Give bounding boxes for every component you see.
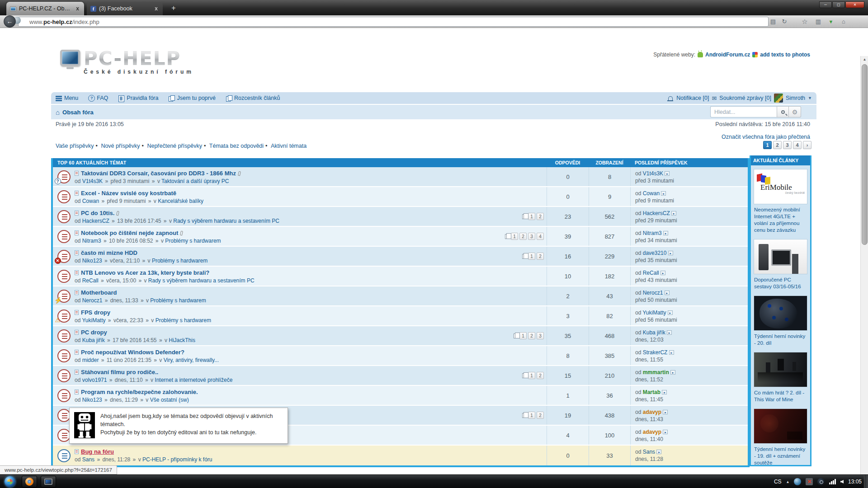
forum-link[interactable]: HiJackThis (169, 337, 195, 343)
last-post-author-link[interactable]: Cowan (643, 190, 660, 197)
page-number-button[interactable]: 2 (528, 332, 535, 339)
author-link[interactable]: Sans (82, 456, 94, 463)
forum-link[interactable]: Rady s výběrem hardwaru a sestavením PC (173, 218, 279, 224)
reload-icon[interactable]: ↻ (780, 18, 789, 26)
author-link[interactable]: volvo1971 (82, 377, 107, 383)
start-button[interactable] (5, 476, 15, 487)
last-post-author-link[interactable]: adavyp (643, 429, 661, 435)
goto-last-post-icon[interactable] (669, 350, 674, 355)
network-signal-icon[interactable] (829, 479, 836, 484)
private-messages-link[interactable]: Soukromé zprávy [0] (719, 95, 771, 101)
page-button[interactable]: 1 (763, 141, 772, 149)
forum-link[interactable]: Rady s výběrem hardwaru a sestavením PC (148, 277, 255, 284)
goto-last-post-icon[interactable] (660, 271, 665, 275)
addtexts-link[interactable]: add texts to photos (760, 52, 810, 58)
forum-link[interactable]: Problémy s hardwarem (150, 297, 206, 304)
page-number-button[interactable]: 3 (537, 332, 544, 339)
topic-title-link[interactable]: NTB Lenovo vs Acer za 13k, ktery byste b… (81, 269, 209, 277)
goto-last-post-icon[interactable] (663, 231, 668, 235)
page-number-button[interactable]: 2 (537, 213, 544, 220)
last-post-author-link[interactable]: Sans (643, 449, 655, 455)
goto-last-post-icon[interactable] (663, 410, 668, 414)
last-post-author-link[interactable]: Nitram3 (643, 230, 662, 236)
tab-facebook[interactable]: (3) Facebook x (87, 2, 163, 15)
quick-link[interactable]: Nové příspěvky (94, 143, 140, 149)
goto-last-post-icon[interactable] (671, 211, 676, 216)
goto-last-post-icon[interactable] (667, 330, 672, 335)
tray-steam-icon[interactable] (817, 478, 825, 485)
site-logo[interactable]: PC-HELP České diskuzní fórum (60, 50, 194, 75)
article-item[interactable]: EriMobile český bezdrát Neomezený mobiln… (754, 169, 807, 235)
menubar-item[interactable]: Pravidla fóra (118, 95, 158, 101)
last-post-author-link[interactable]: adavyp (643, 409, 661, 415)
page-number-button[interactable]: 1 (528, 372, 535, 379)
downloads-icon[interactable]: ▼ (826, 18, 835, 26)
last-post-author-link[interactable]: StrakerCZ (643, 349, 668, 356)
forum-link[interactable]: Kancelářské balíky (158, 198, 203, 204)
author-link[interactable]: ReCall (82, 277, 99, 284)
tab-close-icon[interactable]: x (75, 5, 80, 12)
goto-last-post-icon[interactable] (668, 310, 673, 315)
topic-title-link[interactable]: Program na rychle/bezpečne zalohovanie. (81, 388, 198, 396)
mark-forums-read-link[interactable]: Označit všechna fóra jako přečtená (722, 134, 810, 140)
author-link[interactable]: YukiMatty (82, 317, 105, 324)
article-caption[interactable]: Co mám hrát ? 2. díl - This War of Mine (754, 387, 807, 405)
author-link[interactable]: Niko123 (82, 397, 102, 403)
taskbar-clock[interactable]: 13:05 (848, 479, 862, 485)
forum-link[interactable]: Internet a internetové prohlížeče (155, 377, 232, 383)
last-post-author-link[interactable]: YukiMatty (642, 310, 666, 316)
page-button[interactable]: 3 (783, 141, 792, 149)
bookmark-star-icon[interactable]: ☆ (800, 18, 809, 26)
article-caption[interactable]: Týdenní herní novinky - 19. díl + oznáme… (754, 444, 807, 466)
tab-close-icon[interactable]: x (153, 5, 159, 12)
last-post-author-link[interactable]: Nerocz1 (643, 290, 663, 296)
page-number-button[interactable]: 1 (519, 332, 527, 339)
menubar-item[interactable]: FAQ (88, 95, 108, 101)
last-post-author-link[interactable]: dave3210 (643, 250, 667, 256)
article-item[interactable]: Týdenní herní novinky - 19. díl + oznáme… (754, 408, 807, 466)
author-link[interactable]: midder (82, 357, 99, 363)
topic-title-link[interactable]: PC do 10tis. (81, 209, 114, 217)
back-button[interactable]: ← (4, 15, 16, 28)
search-input[interactable] (710, 106, 777, 117)
author-link[interactable]: HackersCZ (82, 218, 109, 224)
speaker-icon[interactable] (840, 480, 844, 483)
article-item[interactable]: Co mám hrát ? 2. díl - This War of Mine (754, 352, 807, 405)
goto-last-post-icon[interactable] (662, 390, 667, 394)
goto-last-post-icon[interactable] (665, 171, 670, 176)
taskbar-app-button[interactable] (41, 476, 56, 488)
page-button[interactable]: 4 (793, 141, 802, 149)
topic-title-link[interactable]: Notebook po čištění nejde zapnout (81, 229, 178, 237)
scroll-up-arrow[interactable]: ▲ (861, 56, 868, 63)
page-button[interactable]: › (803, 141, 811, 149)
page-number-button[interactable]: 2 (537, 412, 544, 419)
url-field[interactable]: www.pc-help.cz/index.php (18, 17, 769, 27)
article-caption[interactable]: Neomezený mobilní Internet 4G/LTE + volá… (754, 204, 807, 235)
page-number-button[interactable]: 1 (528, 412, 535, 419)
forum-link[interactable]: Problémy s hardwarem (152, 258, 208, 264)
notifications-link[interactable]: Notifikace [0] (676, 95, 709, 101)
page-number-button[interactable]: 4 (537, 233, 544, 240)
tray-globe-icon[interactable] (794, 478, 801, 485)
author-link[interactable]: Nerocz1 (82, 297, 103, 304)
breadcrumb[interactable]: ⌂ Obsah fóra (56, 108, 94, 116)
last-post-author-link[interactable]: ReCall (643, 270, 659, 276)
forum-link[interactable]: Viry, antiviry, firewally... (164, 357, 219, 363)
tray-expand-icon[interactable]: ▲ (786, 480, 790, 484)
article-image[interactable] (754, 408, 807, 444)
goto-last-post-icon[interactable] (656, 450, 661, 454)
menubar-item[interactable]: Menu (56, 95, 78, 101)
forum-link[interactable]: Taktování a další úpravy PC (161, 178, 229, 184)
androidforum-link[interactable]: AndroidForum.cz (705, 52, 750, 58)
topic-title-link[interactable]: PC dropy (81, 328, 107, 336)
goto-last-post-icon[interactable] (665, 291, 670, 295)
forum-link[interactable]: Vše ostatní (sw) (150, 397, 189, 403)
article-item[interactable]: Týdenní herní novinky - 20. díl (754, 296, 807, 348)
goto-last-post-icon[interactable] (670, 370, 675, 375)
browser-scrollbar[interactable]: ▲ ▼ (860, 56, 868, 488)
page-number-button[interactable]: 3 (528, 233, 535, 240)
goto-last-post-icon[interactable] (668, 251, 673, 255)
topic-title-link[interactable]: FPS dropy (81, 309, 110, 316)
tray-alert-icon[interactable] (806, 478, 813, 485)
goto-last-post-icon[interactable] (663, 430, 668, 434)
